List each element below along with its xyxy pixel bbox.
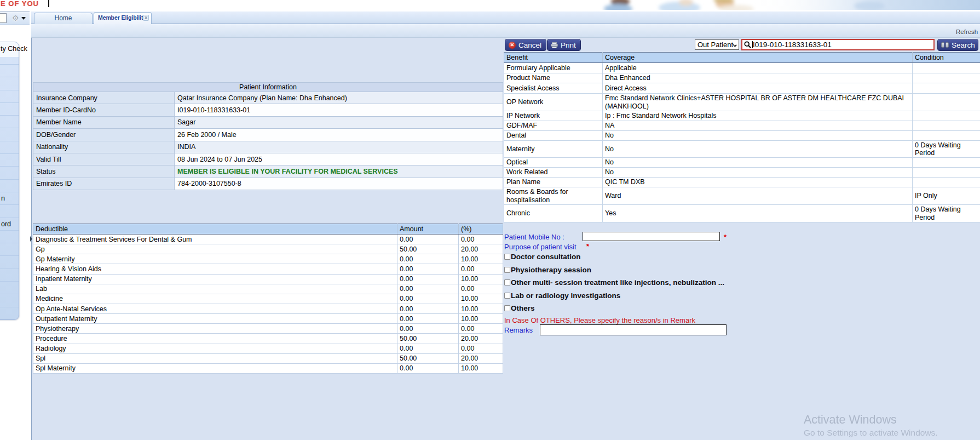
sidebar-item[interactable] [0,116,19,128]
member-search-value: I019-010-118331633-01 [753,41,832,49]
patient-mobile-input[interactable] [583,232,720,241]
deductible-row: Lab0.000.00 [33,284,503,294]
sidebar-item[interactable] [0,243,19,256]
sidebar-item[interactable] [0,256,19,268]
patient-info-value: Sagar [175,116,503,128]
patient-info-label: Nationality [33,141,175,153]
tab-home[interactable]: Home [34,13,93,24]
sidebar-menu: n ord [0,42,19,320]
deductible-pct: 10.00 [459,274,503,284]
logo-border [48,0,49,7]
quick-search-input[interactable] [0,13,7,23]
benefit-row: Specialist AccessDirect Access [504,83,980,94]
deductible-row: Procedure50.0020.00 [33,334,503,344]
benefit-name: Optical [504,158,603,168]
sidebar-item[interactable]: n [0,192,19,205]
benefit-row: IP NetworkIp : Fmc Standard Network Hosp… [504,111,980,121]
checkbox-other-multi-session[interactable] [504,279,510,285]
sidebar-item[interactable] [0,90,19,103]
patient-info-row: Member ID-CardNoI019-010-118331633-01 [33,104,503,116]
sidebar-item[interactable] [0,128,19,141]
deductible-pct: 20.00 [459,334,503,344]
search-button[interactable]: Search [937,39,978,51]
sidebar-item[interactable] [0,294,19,307]
sidebar-item-eligibility-check-label[interactable]: ty Check [1,45,27,53]
benefit-coverage: No [603,158,913,168]
deductible-name: Spl [33,353,397,363]
patient-info-row: StatusMEMBER IS ELIGIBLE IN YOUR FACILIT… [33,165,503,178]
deductible-pct: 0.00 [459,344,503,353]
sidebar-item[interactable] [0,141,19,154]
app-screen: E OF YOU ⚙ Home Member Eligibilit × Ref [0,0,980,440]
patient-info-label: DOB/Gender [33,129,175,141]
tab-close-icon[interactable]: × [143,15,149,21]
logo-text-fragment: E OF YOU [1,0,39,8]
gear-dropdown-caret-icon[interactable] [21,17,26,20]
sidebar-item[interactable]: ord [0,218,19,231]
sidebar-item[interactable] [0,77,19,90]
sidebar-item[interactable] [0,282,19,294]
sidebar-item[interactable] [0,154,19,167]
benefit-coverage: QIC TM DXB [603,178,913,187]
benefit-name: Specialist Access [504,83,603,94]
benefit-name: Dental [504,131,603,141]
checkbox-others[interactable] [504,305,510,311]
purpose-of-visit-label: Purpose of patient visit [504,243,577,251]
benefit-coverage: Yes [603,205,913,222]
benefit-row: DentalNo [504,131,980,141]
benefit-condition [913,94,980,111]
cancel-x-icon: ✕ [509,42,516,49]
deductible-name: Hearing & Vision Aids [33,264,397,274]
patient-information-table: Patient Information Insurance CompanyQat… [33,82,503,190]
patient-info-label: Emirates ID [33,178,175,190]
benefit-coverage: Ip : Fmc Standard Network Hospitals [603,111,913,121]
print-button[interactable]: Print [547,39,581,51]
sidebar-item[interactable] [0,65,19,77]
benefit-condition: 0 Days Waiting Period [913,205,980,222]
member-search-input[interactable]: I019-010-118331633-01 [741,39,935,50]
benefit-name: Work Related [504,168,603,178]
cancel-button[interactable]: ✕ Cancel [505,39,546,51]
deductible-row: Hearing & Vision Aids0.000.00 [33,264,503,274]
benefit-row: GDF/MAFNA [504,121,980,131]
benefit-row: Work RelatedNo [504,168,980,178]
benefit-condition [913,178,980,187]
benefit-header-coverage: Coverage [603,53,913,63]
sidebar-item[interactable] [0,167,19,179]
deductible-row: Radiology0.000.00 [33,344,503,353]
benefit-condition [913,168,980,178]
sidebar-item[interactable] [0,205,19,218]
checkbox-label-others: Others [511,304,535,312]
deductible-pct: 10.00 [459,294,503,304]
benefit-condition [913,111,980,121]
remarks-input[interactable] [540,324,727,335]
magnifier-icon [744,41,751,48]
benefit-condition [913,63,980,73]
deductible-pct: 0.00 [459,264,503,274]
cancel-button-label: Cancel [518,41,541,49]
sidebar-item-label: ord [1,220,11,228]
checkbox-doctor-consultation[interactable] [504,254,510,260]
tab-member-eligibility[interactable]: Member Eligibilit × [94,12,152,24]
refresh-link[interactable]: Refresh [956,28,978,35]
deductible-amount: 0.00 [397,254,459,264]
patient-info-row: Insurance CompanyQatar Insurance Company… [33,92,503,104]
patient-information-title: Patient Information [33,83,503,92]
deductible-name: Procedure [33,334,397,344]
benefit-name: Plan Name [504,178,603,187]
deductible-pct: 0.00 [459,284,503,294]
checkbox-label-other-multi-session: Other multi- session treatment like inje… [511,278,724,287]
benefit-name: Rooms & Boards for hospitalisation [504,187,603,205]
sidebar-item[interactable] [0,103,19,116]
deductible-amount: 50.00 [397,334,459,344]
print-button-label: Print [561,41,576,49]
checkbox-physiotherapy-session[interactable] [504,267,510,273]
gear-icon[interactable]: ⚙ [12,14,20,22]
sidebar-item[interactable] [0,180,19,192]
benefit-condition [913,158,980,168]
sidebar-item[interactable] [0,231,19,243]
checkbox-lab-or-radiology[interactable] [504,293,510,299]
sidebar-item[interactable] [0,269,19,282]
visit-type-select[interactable]: Out Patient [695,39,739,50]
checkbox-label-lab-or-radiology: Lab or radiology investigations [511,292,620,300]
